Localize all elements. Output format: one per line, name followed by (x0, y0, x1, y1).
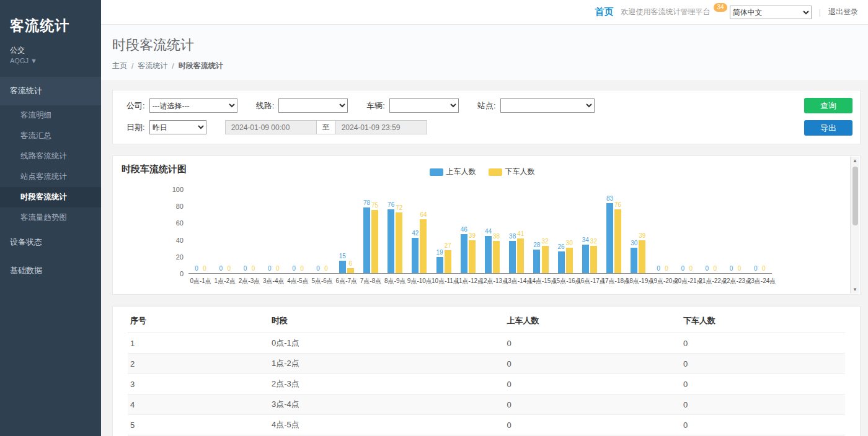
bar-value-label: 0 (219, 266, 223, 272)
data-table-panel: 序号 时段 上车人数 下车人数 10点-1点0021点-2点0032点-3点00… (112, 306, 861, 436)
bar-column: 0 (226, 266, 232, 273)
chart-legend: 上车人数 下车人数 (123, 164, 841, 177)
table-cell: 4 (128, 395, 269, 415)
topbar-divider: | (819, 7, 821, 17)
bar-value-label: 0 (316, 266, 320, 272)
bar-pair: 00 (675, 190, 699, 274)
bar-value-label: 64 (420, 212, 427, 218)
bar-group: 78757点-8点 (358, 190, 383, 286)
sidebar-section[interactable]: 基础数据 (0, 256, 101, 285)
topbar: 首页 欢迎使用客流统计管理平台 34 简体中文 | 退出登录 (101, 0, 868, 25)
language-select[interactable]: 简体中文 (730, 6, 812, 19)
bar-column: 0 (274, 266, 281, 273)
app-root: 客流统计 公交 AQGJ ▼ 客流统计客流明细客流汇总线路客流统计站点客流统计时… (0, 0, 868, 436)
bar-fill (566, 248, 573, 273)
table-cell: 3点-4点 (269, 395, 504, 415)
bar-pair: 2630 (553, 190, 577, 274)
bar-pair: 00 (213, 190, 237, 274)
chart-body: 100806040200 000点-1点001点-2点002点-3点003点-4… (167, 190, 772, 286)
bar-column: 72 (396, 205, 402, 273)
bar-pair: 4438 (480, 190, 504, 274)
bar-value-label: 0 (244, 266, 247, 272)
bar-value-label: 32 (541, 238, 548, 245)
bar-pair: 7672 (383, 190, 407, 274)
bar-column: 32 (541, 238, 548, 273)
legend-item-boarding[interactable]: 上车人数 (430, 167, 476, 177)
sidebar-item[interactable]: 站点客流统计 (0, 167, 101, 187)
chart-scrollbar[interactable]: ▲ ▼ (850, 157, 859, 294)
bar-column: 0 (242, 266, 249, 273)
export-button[interactable]: 导出 (804, 120, 852, 136)
bar-value-label: 76 (614, 202, 621, 208)
breadcrumb-home[interactable]: 主页 (112, 61, 127, 71)
date-to-input[interactable] (335, 120, 427, 134)
scroll-down-icon[interactable]: ▼ (852, 287, 857, 292)
company-select[interactable]: ---请选择--- (149, 98, 237, 113)
breadcrumb-parent[interactable]: 客流统计 (138, 61, 167, 71)
org-code-dropdown[interactable]: AQGJ ▼ (0, 57, 101, 77)
sidebar-item[interactable]: 时段客流统计 (0, 187, 101, 207)
x-axis-label: 3点-4点 (262, 274, 286, 286)
breadcrumb-current: 时段客流统计 (179, 61, 223, 71)
x-axis-label: 1点-2点 (213, 274, 237, 286)
org-name: 公交 (0, 43, 101, 57)
x-axis-label: 0点-1点 (188, 274, 213, 286)
chevron-down-icon: ▼ (30, 57, 37, 64)
x-axis-label: 5点-6点 (310, 274, 334, 286)
bar-pair: 3432 (577, 190, 601, 274)
sidebar-item[interactable]: 客流汇总 (0, 126, 101, 146)
date-from-input[interactable] (225, 120, 317, 134)
bar-pair: 3841 (505, 190, 529, 274)
bar-value-label: 0 (292, 266, 296, 272)
bar-column: 0 (752, 266, 759, 273)
bar-value-label: 41 (517, 231, 524, 237)
sidebar-item[interactable]: 客流明细 (0, 105, 101, 126)
bar-group: 343216点-17点 (577, 190, 601, 286)
home-link[interactable]: 首页 (595, 6, 613, 18)
query-button[interactable]: 查询 (804, 98, 852, 113)
sidebar-item[interactable]: 客流量趋势图 (0, 207, 101, 228)
bar-value-label: 32 (590, 238, 597, 245)
sidebar-item[interactable]: 线路客流统计 (0, 146, 101, 167)
sidebar: 客流统计 公交 AQGJ ▼ 客流统计客流明细客流汇总线路客流统计站点客流统计时… (0, 0, 101, 436)
bar-column: 0 (712, 266, 719, 273)
scrollbar-thumb[interactable] (852, 167, 858, 225)
x-axis-label: 18点-19点 (626, 274, 650, 286)
bar-value-label: 27 (445, 243, 451, 249)
scroll-up-icon[interactable]: ▲ (852, 158, 857, 164)
bar-value-label: 39 (639, 233, 645, 239)
bar-column: 0 (218, 266, 224, 273)
bar-column: 0 (202, 266, 208, 273)
vehicle-select[interactable] (389, 98, 459, 113)
date-preset-select[interactable]: 昨日 (149, 120, 206, 134)
x-axis-label: 12点-13点 (480, 274, 504, 286)
bar-value-label: 0 (657, 266, 660, 272)
bar-column: 28 (533, 242, 540, 273)
sidebar-section[interactable]: 客流统计 (0, 77, 101, 105)
station-select[interactable] (500, 98, 595, 113)
table-cell: 0 (681, 374, 845, 395)
bar-value-label: 38 (493, 233, 500, 240)
breadcrumb-separator: / (131, 62, 133, 71)
bar-value-label: 0 (706, 266, 709, 272)
bar-group: 003点-4点 (262, 190, 286, 286)
bar-column: 26 (558, 244, 565, 273)
line-select[interactable] (278, 98, 348, 113)
sidebar-menu: 客流统计客流明细客流汇总线路客流统计站点客流统计时段客流统计客流量趋势图设备状态… (0, 77, 101, 285)
bar-fill (396, 212, 402, 273)
legend-item-alighting[interactable]: 下车人数 (489, 167, 535, 177)
bar-group: 005点-6点 (310, 190, 334, 286)
table-row: 54点-5点00 (128, 415, 845, 435)
logout-link[interactable]: 退出登录 (828, 7, 858, 17)
content-area: 公司: ---请选择--- 线路: 车辆: 站点: (101, 80, 868, 436)
bar-column: 0 (728, 266, 735, 273)
x-axis-label: 4点-5点 (286, 274, 310, 286)
bar-pair: 00 (650, 190, 675, 274)
bar-value-label: 28 (533, 242, 540, 248)
sidebar-section[interactable]: 设备状态 (0, 228, 101, 256)
bar-value-label: 44 (485, 229, 492, 235)
bar-fill (445, 250, 451, 273)
bar-column: 0 (655, 266, 662, 273)
hourly-flow-table: 序号 时段 上车人数 下车人数 10点-1点0021点-2点0032点-3点00… (128, 308, 845, 436)
bar-group: 76728点-9点 (383, 190, 407, 286)
